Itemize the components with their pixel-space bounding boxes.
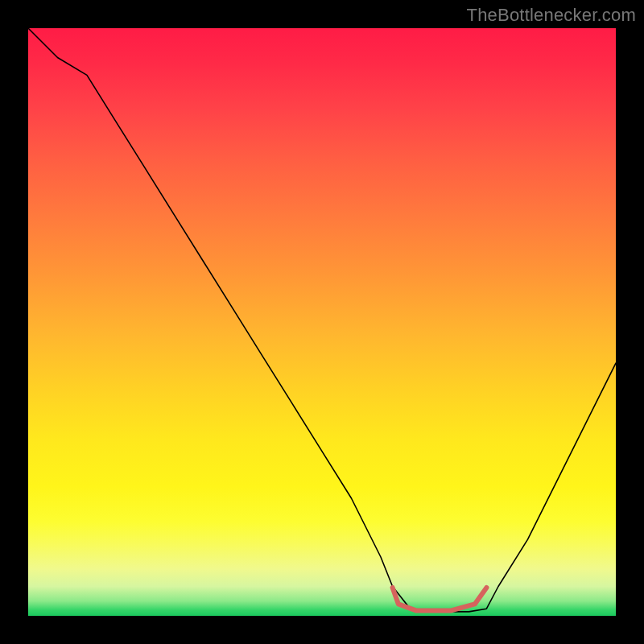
- series-min-band: [393, 588, 487, 610]
- chart-frame: TheBottlenecker.com: [0, 0, 644, 644]
- watermark-text: TheBottlenecker.com: [467, 5, 636, 26]
- chart-overlay: [0, 0, 644, 644]
- series-curve: [28, 28, 616, 612]
